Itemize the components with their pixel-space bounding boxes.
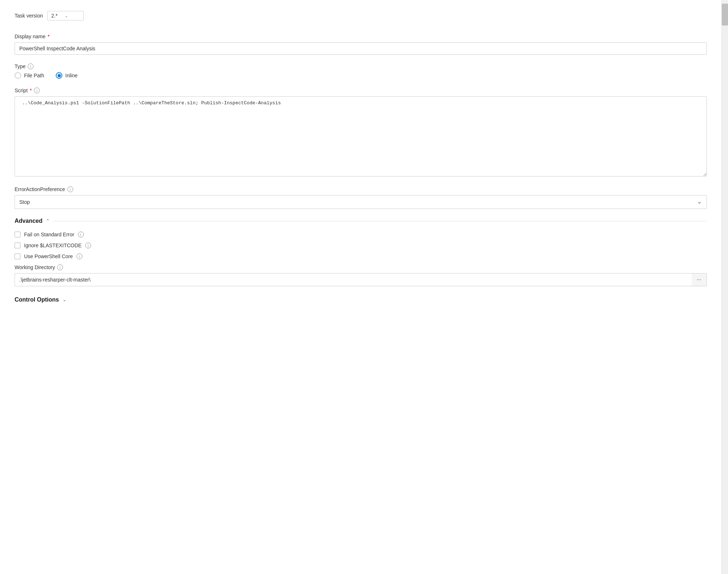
working-directory-input-group: ··· [15, 273, 707, 286]
ignore-last-exit-code-info-icon[interactable]: i [85, 243, 91, 248]
content-area: Task version 2.* ⌄ Display name * Type i [0, 0, 721, 574]
advanced-section-title[interactable]: Advanced [15, 218, 42, 224]
radio-filepath-label: File Path [24, 73, 44, 78]
error-action-select[interactable]: Stop Continue SilentlyContinue [15, 195, 707, 209]
script-row: Script * i ..\Code_Analysis.ps1 -Solutio… [15, 88, 707, 178]
display-name-label: Display name * [15, 34, 707, 39]
scrollbar[interactable] [721, 0, 728, 574]
advanced-section-divider: Advanced ⌃ [15, 218, 707, 224]
fail-on-std-err-info-icon[interactable]: i [78, 232, 84, 237]
use-powershell-core-checkbox[interactable] [15, 253, 20, 259]
control-options-chevron-icon[interactable]: ⌄ [63, 297, 66, 302]
type-label: Type i [15, 63, 707, 69]
ignore-last-exit-code-option[interactable]: Ignore $LASTEXITCODE i [15, 243, 707, 248]
scrollbar-thumb[interactable] [722, 4, 728, 26]
script-textarea[interactable]: ..\Code_Analysis.ps1 -SolutionFilePath .… [15, 96, 707, 177]
browse-button[interactable]: ··· [692, 273, 707, 286]
fail-on-std-err-checkbox[interactable] [15, 232, 20, 237]
fail-on-std-err-option[interactable]: Fail on Standard Error i [15, 232, 707, 237]
radio-inline-label: Inline [65, 73, 77, 78]
radio-inline-input[interactable] [56, 72, 62, 79]
working-directory-row: Working Directory i ··· [15, 264, 707, 286]
working-directory-info-icon[interactable]: i [57, 264, 63, 270]
script-info-icon[interactable]: i [34, 88, 40, 93]
task-version-label: Task version [15, 13, 43, 19]
script-label: Script * i [15, 88, 707, 93]
display-name-row: Display name * [15, 34, 707, 55]
ignore-last-exit-code-label: Ignore $LASTEXITCODE [24, 243, 82, 248]
radio-inline[interactable]: Inline [56, 72, 77, 79]
type-row: Type i File Path Inline [15, 63, 707, 79]
display-name-input[interactable] [15, 42, 707, 55]
type-radio-group: File Path Inline [15, 72, 707, 79]
error-action-row: ErrorActionPreference i Stop Continue Si… [15, 186, 707, 209]
task-version-select[interactable]: 2.* ⌄ [47, 11, 84, 20]
use-powershell-core-label: Use PowerShell Core [24, 253, 73, 259]
error-action-label: ErrorActionPreference i [15, 186, 707, 192]
main-container: Task version 2.* ⌄ Display name * Type i [0, 0, 728, 574]
radio-filepath[interactable]: File Path [15, 72, 44, 79]
ignore-last-exit-code-checkbox[interactable] [15, 243, 20, 248]
working-directory-label: Working Directory i [15, 264, 707, 270]
working-directory-input[interactable] [15, 273, 692, 286]
task-version-value: 2.* [51, 13, 58, 19]
use-powershell-core-info-icon[interactable]: i [77, 253, 82, 259]
fail-on-std-err-label: Fail on Standard Error [24, 232, 74, 237]
required-star: * [48, 34, 50, 39]
radio-filepath-input[interactable] [15, 72, 21, 79]
task-version-row: Task version 2.* ⌄ [15, 11, 707, 20]
control-options-title[interactable]: Control Options [15, 296, 59, 303]
control-options-row: Control Options ⌄ [15, 296, 707, 310]
chevron-down-icon: ⌄ [65, 14, 68, 18]
error-action-select-wrapper: Stop Continue SilentlyContinue [15, 195, 707, 209]
use-powershell-core-option[interactable]: Use PowerShell Core i [15, 253, 707, 259]
type-info-icon[interactable]: i [28, 63, 34, 69]
script-required-star: * [30, 88, 32, 93]
error-action-info-icon[interactable]: i [67, 186, 73, 192]
advanced-chevron-icon[interactable]: ⌃ [46, 218, 50, 224]
advanced-divider-line [53, 221, 707, 221]
